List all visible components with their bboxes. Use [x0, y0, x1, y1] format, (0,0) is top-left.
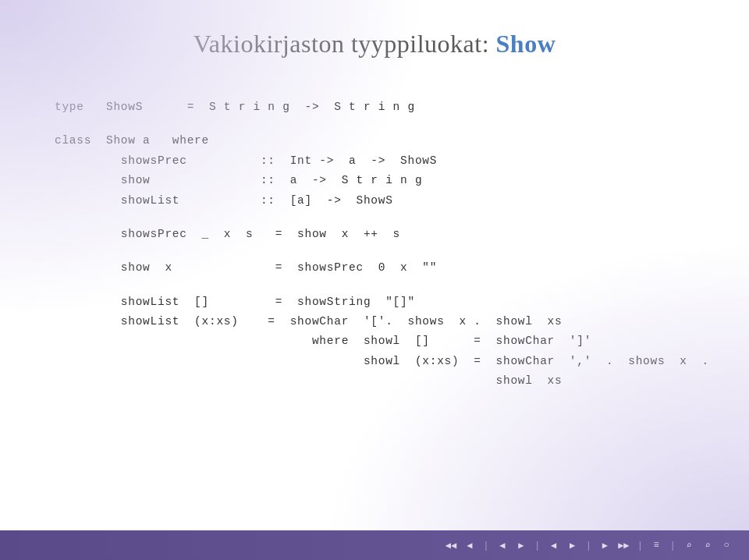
code-line-showl-cons: showl (x:xs) = showChar ',' . shows x .: [55, 352, 694, 371]
nav-next-icon[interactable]: ▶: [598, 540, 612, 551]
title-prefix: Vakiokirjaston tyyppiluokat:: [193, 30, 496, 58]
code-line-show-def: show x = showsPrec 0 x "": [55, 258, 694, 278]
nav-subsection-next-icon[interactable]: ▶: [566, 540, 580, 551]
slide: Vakiokirjaston tyyppiluokat: Show type S…: [0, 0, 749, 560]
code-line-showlist-empty: showList [] = showString "[]": [55, 292, 694, 312]
code-line-where: where showl [] = showChar ']': [55, 331, 694, 351]
nav-sep-1: |: [483, 540, 489, 551]
code-block: type ShowS = S t r i n g -> S t r i n g …: [55, 97, 694, 392]
nav-sep-5: |: [669, 540, 676, 551]
nav-last-icon[interactable]: ▶▶: [616, 540, 630, 551]
nav-section-prev-icon[interactable]: ◀: [495, 540, 509, 551]
nav-subsection-prev-icon[interactable]: ◀: [547, 540, 561, 551]
nav-menu-icon[interactable]: ≡: [649, 540, 663, 551]
code-line-class: class Show a where: [55, 131, 694, 151]
nav-sep-4: |: [637, 540, 643, 551]
spacer-1: [55, 117, 694, 131]
code-line-showlist-sig: showList :: [a] -> ShowS: [55, 191, 694, 211]
code-line-showsprec-sig: showsPrec :: Int -> a -> ShowS: [55, 151, 694, 171]
spacer-3: [55, 244, 694, 258]
code-line-showsprec-def: showsPrec _ x s = show x ++ s: [55, 225, 694, 244]
code-line-show-sig: show :: a -> S t r i n g: [55, 171, 694, 190]
spacer-4: [55, 278, 694, 292]
nav-search-icon[interactable]: ○: [719, 540, 733, 551]
nav-zoom-in-icon[interactable]: ⌕: [701, 540, 715, 551]
code-line-showlist-cons: showList (x:xs) = showChar '['. shows x …: [55, 312, 694, 331]
title-area: Vakiokirjaston tyyppiluokat: Show: [0, 0, 749, 74]
content-area: type ShowS = S t r i n g -> S t r i n g …: [0, 74, 749, 560]
code-line-showl-cont: showl xs: [55, 371, 694, 391]
nav-sep-2: |: [534, 540, 541, 551]
title-highlight: Show: [496, 30, 556, 58]
nav-icons-group: ◀◀ ◀ | ◀ ▶ | ◀ ▶ | ▶ ▶▶ | ≡ | ⌕ ⌕ ○: [444, 540, 733, 551]
code-line-1: type ShowS = S t r i n g -> S t r i n g: [55, 97, 694, 117]
nav-prev-icon[interactable]: ◀: [463, 540, 477, 551]
spacer-2: [55, 211, 694, 225]
bottom-navigation-bar: ◀◀ ◀ | ◀ ▶ | ◀ ▶ | ▶ ▶▶ | ≡ | ⌕ ⌕ ○: [0, 530, 749, 560]
nav-sep-3: |: [586, 540, 592, 551]
nav-zoom-out-icon[interactable]: ⌕: [682, 540, 696, 551]
slide-title: Vakiokirjaston tyyppiluokat: Show: [47, 30, 702, 58]
nav-section-next-icon[interactable]: ▶: [514, 540, 528, 551]
nav-first-icon[interactable]: ◀◀: [444, 540, 458, 551]
